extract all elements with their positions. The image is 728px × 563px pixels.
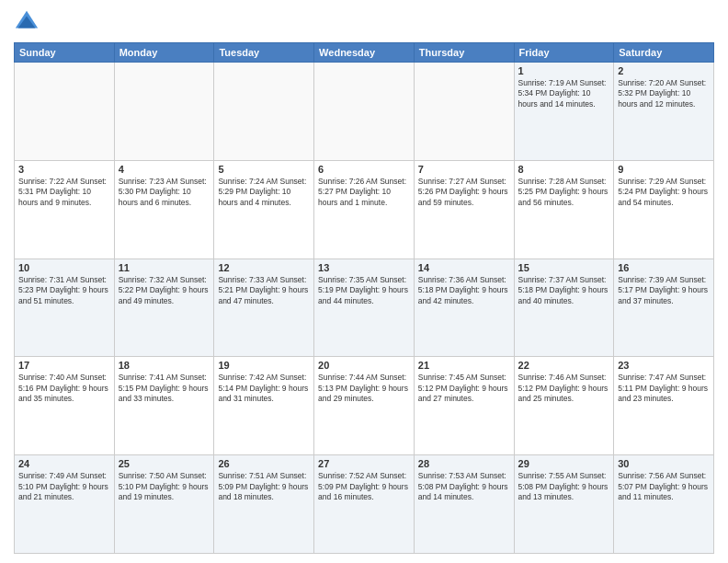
day-number: 23: [618, 360, 710, 371]
calendar-cell: [15, 63, 115, 161]
calendar-cell: 20Sunrise: 7:44 AM Sunset: 5:13 PM Dayli…: [314, 357, 415, 455]
page: SundayMondayTuesdayWednesdayThursdayFrid…: [0, 0, 728, 563]
day-info: Sunrise: 7:29 AM Sunset: 5:24 PM Dayligh…: [618, 177, 710, 208]
day-number: 29: [518, 458, 610, 469]
header-day-tuesday: Tuesday: [214, 43, 314, 63]
calendar-cell: 18Sunrise: 7:41 AM Sunset: 5:15 PM Dayli…: [114, 357, 214, 455]
day-number: 19: [218, 360, 310, 371]
day-info: Sunrise: 7:20 AM Sunset: 5:32 PM Dayligh…: [618, 78, 710, 109]
calendar-cell: 17Sunrise: 7:40 AM Sunset: 5:16 PM Dayli…: [15, 357, 115, 455]
calendar-cell: [114, 63, 214, 161]
day-info: Sunrise: 7:49 AM Sunset: 5:10 PM Dayligh…: [18, 471, 110, 502]
day-number: 15: [518, 262, 610, 273]
header-day-monday: Monday: [114, 43, 214, 63]
calendar-cell: 30Sunrise: 7:56 AM Sunset: 5:07 PM Dayli…: [614, 455, 714, 554]
day-number: 28: [418, 458, 510, 469]
day-info: Sunrise: 7:24 AM Sunset: 5:29 PM Dayligh…: [218, 177, 310, 208]
calendar-header: SundayMondayTuesdayWednesdayThursdayFrid…: [15, 43, 714, 63]
day-info: Sunrise: 7:53 AM Sunset: 5:08 PM Dayligh…: [418, 471, 510, 502]
week-row-0: 1Sunrise: 7:19 AM Sunset: 5:34 PM Daylig…: [15, 63, 714, 161]
day-number: 9: [618, 164, 710, 175]
calendar-cell: 19Sunrise: 7:42 AM Sunset: 5:14 PM Dayli…: [214, 357, 314, 455]
day-number: 5: [218, 164, 310, 175]
day-info: Sunrise: 7:41 AM Sunset: 5:15 PM Dayligh…: [119, 373, 210, 404]
calendar-cell: 11Sunrise: 7:32 AM Sunset: 5:22 PM Dayli…: [114, 259, 214, 357]
calendar-cell: 16Sunrise: 7:39 AM Sunset: 5:17 PM Dayli…: [614, 259, 714, 357]
calendar-cell: 9Sunrise: 7:29 AM Sunset: 5:24 PM Daylig…: [614, 160, 714, 259]
calendar-cell: 10Sunrise: 7:31 AM Sunset: 5:23 PM Dayli…: [15, 259, 115, 357]
day-info: Sunrise: 7:50 AM Sunset: 5:10 PM Dayligh…: [119, 471, 210, 502]
calendar-cell: 8Sunrise: 7:28 AM Sunset: 5:25 PM Daylig…: [514, 160, 614, 259]
calendar-cell: 22Sunrise: 7:46 AM Sunset: 5:12 PM Dayli…: [514, 357, 614, 455]
day-number: 24: [18, 458, 110, 469]
week-row-4: 24Sunrise: 7:49 AM Sunset: 5:10 PM Dayli…: [15, 455, 714, 554]
calendar-cell: 7Sunrise: 7:27 AM Sunset: 5:26 PM Daylig…: [414, 160, 514, 259]
day-info: Sunrise: 7:55 AM Sunset: 5:08 PM Dayligh…: [518, 471, 610, 502]
day-number: 2: [618, 65, 710, 76]
day-number: 16: [618, 262, 710, 273]
calendar-cell: 29Sunrise: 7:55 AM Sunset: 5:08 PM Dayli…: [514, 455, 614, 554]
calendar-table: SundayMondayTuesdayWednesdayThursdayFrid…: [14, 42, 714, 554]
calendar-cell: 25Sunrise: 7:50 AM Sunset: 5:10 PM Dayli…: [114, 455, 214, 554]
calendar-cell: [314, 63, 415, 161]
day-info: Sunrise: 7:46 AM Sunset: 5:12 PM Dayligh…: [518, 373, 610, 404]
week-row-3: 17Sunrise: 7:40 AM Sunset: 5:16 PM Dayli…: [15, 357, 714, 455]
calendar-cell: 3Sunrise: 7:22 AM Sunset: 5:31 PM Daylig…: [15, 160, 115, 259]
week-row-2: 10Sunrise: 7:31 AM Sunset: 5:23 PM Dayli…: [15, 259, 714, 357]
header-row: SundayMondayTuesdayWednesdayThursdayFrid…: [15, 43, 714, 63]
day-number: 6: [318, 164, 410, 175]
calendar-body: 1Sunrise: 7:19 AM Sunset: 5:34 PM Daylig…: [15, 63, 714, 554]
day-number: 27: [318, 458, 410, 469]
day-info: Sunrise: 7:28 AM Sunset: 5:25 PM Dayligh…: [518, 177, 610, 208]
day-info: Sunrise: 7:45 AM Sunset: 5:12 PM Dayligh…: [418, 373, 510, 404]
calendar-cell: 26Sunrise: 7:51 AM Sunset: 5:09 PM Dayli…: [214, 455, 314, 554]
day-info: Sunrise: 7:22 AM Sunset: 5:31 PM Dayligh…: [18, 177, 110, 208]
day-number: 20: [318, 360, 410, 371]
header-day-thursday: Thursday: [414, 43, 514, 63]
day-info: Sunrise: 7:39 AM Sunset: 5:17 PM Dayligh…: [618, 275, 710, 306]
day-info: Sunrise: 7:56 AM Sunset: 5:07 PM Dayligh…: [618, 471, 710, 502]
day-number: 21: [418, 360, 510, 371]
day-info: Sunrise: 7:27 AM Sunset: 5:26 PM Dayligh…: [418, 177, 510, 208]
day-number: 11: [119, 262, 210, 273]
calendar-cell: 2Sunrise: 7:20 AM Sunset: 5:32 PM Daylig…: [614, 63, 714, 161]
day-number: 25: [119, 458, 210, 469]
calendar-cell: 13Sunrise: 7:35 AM Sunset: 5:19 PM Dayli…: [314, 259, 415, 357]
day-info: Sunrise: 7:40 AM Sunset: 5:16 PM Dayligh…: [18, 373, 110, 404]
day-info: Sunrise: 7:31 AM Sunset: 5:23 PM Dayligh…: [18, 275, 110, 306]
day-info: Sunrise: 7:42 AM Sunset: 5:14 PM Dayligh…: [218, 373, 310, 404]
calendar-cell: 23Sunrise: 7:47 AM Sunset: 5:11 PM Dayli…: [614, 357, 714, 455]
calendar-cell: 6Sunrise: 7:26 AM Sunset: 5:27 PM Daylig…: [314, 160, 415, 259]
header: [14, 9, 714, 35]
day-info: Sunrise: 7:44 AM Sunset: 5:13 PM Dayligh…: [318, 373, 410, 404]
day-number: 10: [18, 262, 110, 273]
day-number: 18: [119, 360, 210, 371]
day-number: 8: [518, 164, 610, 175]
header-day-saturday: Saturday: [614, 43, 714, 63]
header-day-wednesday: Wednesday: [314, 43, 415, 63]
day-info: Sunrise: 7:51 AM Sunset: 5:09 PM Dayligh…: [218, 471, 310, 502]
day-number: 1: [518, 65, 610, 76]
day-info: Sunrise: 7:26 AM Sunset: 5:27 PM Dayligh…: [318, 177, 410, 208]
header-day-friday: Friday: [514, 43, 614, 63]
calendar-cell: 12Sunrise: 7:33 AM Sunset: 5:21 PM Dayli…: [214, 259, 314, 357]
day-number: 13: [318, 262, 410, 273]
day-number: 14: [418, 262, 510, 273]
day-info: Sunrise: 7:37 AM Sunset: 5:18 PM Dayligh…: [518, 275, 610, 306]
logo: [14, 9, 43, 35]
day-number: 12: [218, 262, 310, 273]
calendar-cell: 15Sunrise: 7:37 AM Sunset: 5:18 PM Dayli…: [514, 259, 614, 357]
calendar-cell: 1Sunrise: 7:19 AM Sunset: 5:34 PM Daylig…: [514, 63, 614, 161]
day-number: 3: [18, 164, 110, 175]
day-info: Sunrise: 7:36 AM Sunset: 5:18 PM Dayligh…: [418, 275, 510, 306]
day-info: Sunrise: 7:33 AM Sunset: 5:21 PM Dayligh…: [218, 275, 310, 306]
calendar-cell: [214, 63, 314, 161]
calendar-cell: 27Sunrise: 7:52 AM Sunset: 5:09 PM Dayli…: [314, 455, 415, 554]
day-number: 4: [119, 164, 210, 175]
calendar-cell: 5Sunrise: 7:24 AM Sunset: 5:29 PM Daylig…: [214, 160, 314, 259]
day-number: 7: [418, 164, 510, 175]
calendar-cell: 4Sunrise: 7:23 AM Sunset: 5:30 PM Daylig…: [114, 160, 214, 259]
day-info: Sunrise: 7:19 AM Sunset: 5:34 PM Dayligh…: [518, 78, 610, 109]
day-number: 26: [218, 458, 310, 469]
day-info: Sunrise: 7:47 AM Sunset: 5:11 PM Dayligh…: [618, 373, 710, 404]
